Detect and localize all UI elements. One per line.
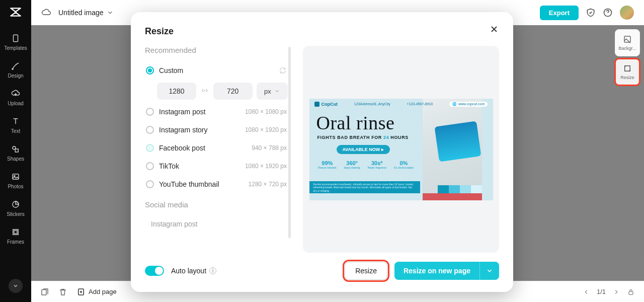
svg-rect-12: [42, 289, 46, 295]
trash-icon[interactable]: [58, 287, 67, 296]
preview-swatches: [438, 185, 482, 193]
section-recommended: Recommended: [145, 46, 288, 54]
svg-rect-4: [13, 174, 19, 180]
radio-icon: [146, 144, 154, 152]
unit-label: px: [264, 88, 271, 95]
height-input[interactable]: [213, 83, 253, 100]
rail-text[interactable]: Text: [0, 112, 31, 140]
option-facebook-post[interactable]: Facebook post 940 × 788 px: [145, 139, 288, 157]
preview-canvas: CopCut 123AddressSt.,AnyCity +123-4567-8…: [309, 99, 493, 200]
right-rail: Backgr... Resize: [615, 29, 640, 86]
svg-rect-0: [14, 35, 18, 42]
lock-icon[interactable]: [627, 288, 635, 296]
option-dim: 940 × 788 px: [252, 144, 287, 152]
rail-label: Design: [8, 73, 23, 79]
upload-icon: [11, 89, 21, 99]
pager: 1/1: [583, 288, 635, 296]
add-page-button[interactable]: Add page: [76, 287, 117, 296]
preview-brand: CopCut: [314, 102, 338, 107]
preview-product: [434, 121, 481, 162]
preview-phone: +123-4567-8910: [407, 102, 433, 106]
chevron-down-icon[interactable]: [107, 9, 114, 16]
design-icon: [11, 61, 21, 71]
avatar[interactable]: [620, 6, 634, 20]
chevron-down-icon[interactable]: [479, 262, 499, 279]
preview-subline: FIGHTS BAD BREATH FOR 24 HOURS: [317, 135, 409, 140]
option-label: TikTok: [159, 162, 179, 170]
radio-icon: [146, 126, 154, 134]
help-icon[interactable]: [603, 8, 613, 18]
next-page-icon[interactable]: [613, 288, 620, 295]
topbar-right: Export: [540, 6, 634, 20]
radio-icon: [146, 162, 154, 170]
rail-label: Photos: [8, 184, 23, 189]
preview-footnote: Dentist recommended mouthwash, clinicall…: [309, 181, 420, 193]
right-rail-label: Backgr...: [618, 46, 636, 51]
stickers-icon: [11, 199, 21, 209]
rail-design[interactable]: Design: [0, 57, 31, 85]
rail-label: Templates: [4, 45, 27, 51]
right-rail-background[interactable]: Backgr...: [615, 29, 640, 56]
size-options-panel: Recommended Custom px: [145, 46, 291, 253]
rail-stickers[interactable]: Stickers: [0, 195, 31, 223]
rail-more-button[interactable]: [9, 279, 23, 293]
option-instagram-story[interactable]: Instagram story 1080 × 1920 px: [145, 121, 288, 139]
radio-selected-icon: [146, 66, 154, 74]
resize-button[interactable]: Resize: [345, 262, 387, 280]
photos-icon: [11, 172, 21, 182]
app-logo[interactable]: [9, 5, 23, 19]
rail-frames[interactable]: Frames: [0, 223, 31, 251]
info-icon[interactable]: i: [209, 267, 216, 274]
rail-label: Shapes: [7, 156, 24, 162]
option-dim: 1080 × 1920 px: [245, 163, 287, 170]
unit-select[interactable]: px: [257, 83, 288, 100]
preview-url: 🌐 www.copcut.com: [449, 102, 488, 107]
rail-label: Frames: [7, 239, 24, 245]
modal-title: Resize: [145, 26, 513, 37]
option-instagram-post[interactable]: Instagram post 1080 × 1080 px: [145, 103, 288, 121]
custom-dimensions: px: [157, 83, 288, 100]
close-icon[interactable]: [489, 24, 499, 34]
section-social: Social media: [145, 200, 288, 209]
reset-icon[interactable]: [279, 66, 287, 74]
resize-new-page-label: Resize on new page: [394, 262, 479, 280]
rail-shapes[interactable]: Shapes: [0, 140, 31, 168]
option-tiktok[interactable]: TikTok 1080 × 1920 px: [145, 157, 288, 175]
scrollbar[interactable]: [288, 47, 291, 238]
right-rail-resize[interactable]: Resize: [615, 58, 640, 86]
option-label: Instagram story: [159, 126, 207, 134]
project-title[interactable]: Untitled image: [58, 9, 104, 17]
option-dim: 1280 × 720 px: [249, 181, 287, 188]
auto-layout-toggle[interactable]: [145, 266, 164, 276]
prev-page-icon[interactable]: [583, 288, 590, 295]
add-page-label: Add page: [89, 288, 117, 295]
option-dim: 1080 × 1080 px: [245, 108, 287, 115]
rail-label: Upload: [8, 101, 24, 106]
link-dimensions-icon[interactable]: [200, 83, 209, 100]
pager-text: 1/1: [597, 288, 606, 295]
rail-label: Text: [11, 128, 20, 134]
radio-icon: [146, 180, 154, 188]
cloud-save-icon[interactable]: [41, 8, 51, 18]
rail-templates[interactable]: Templates: [0, 29, 31, 57]
option-label: Custom: [159, 66, 183, 74]
preview-panel: CopCut 123AddressSt.,AnyCity +123-4567-8…: [303, 46, 499, 253]
svg-rect-8: [14, 231, 17, 234]
preview-address: 123AddressSt.,AnyCity: [354, 102, 390, 106]
rail-upload[interactable]: Upload: [0, 85, 31, 112]
auto-layout-label: Auto layout i: [171, 267, 216, 275]
option-youtube-thumbnail[interactable]: YouTube thumbnail 1280 × 720 px: [145, 175, 288, 193]
rail-photos[interactable]: Photos: [0, 168, 31, 195]
svg-rect-10: [624, 36, 630, 42]
shield-icon[interactable]: [586, 8, 596, 18]
export-button[interactable]: Export: [540, 6, 579, 20]
social-item[interactable]: Instagram post: [145, 216, 288, 231]
resize-new-page-button[interactable]: Resize on new page: [394, 262, 499, 280]
width-input[interactable]: [157, 83, 196, 100]
option-custom[interactable]: Custom: [145, 61, 288, 80]
option-label: YouTube thumbnail: [159, 180, 219, 188]
preview-stats: 99%Reduce bacteria 360°Deep cleaning 30s…: [314, 160, 418, 169]
pages-panel-icon[interactable]: [40, 287, 49, 296]
rail-label: Stickers: [7, 211, 25, 217]
option-label: Instagram post: [159, 108, 206, 116]
